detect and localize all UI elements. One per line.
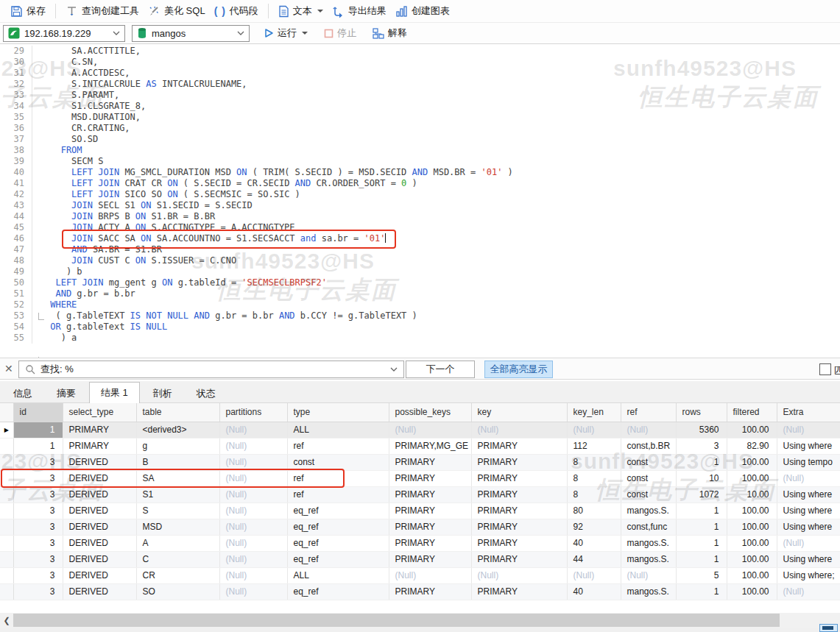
chevron-down-icon[interactable] [390,367,398,372]
explain-button[interactable]: 解释 [368,24,412,42]
code-line[interactable]: 42 LEFT JOIN SICO SO ON ( S.SECMSIC = SO… [0,189,840,200]
text-mode-button[interactable]: 文本 [274,2,328,20]
code-line[interactable]: 35 MSD.DURATION, [0,112,840,123]
cell-possible_keys[interactable]: PRIMARY [389,583,471,600]
cell-filtered[interactable]: 100.00 [727,551,777,567]
cell-partitions[interactable]: (Null) [219,519,287,535]
cell-key[interactable]: PRIMARY [471,583,567,600]
table-row[interactable]: 1PRIMARYg(Null)refPRIMARY,MG_GEPRIMARY11… [0,438,840,454]
cell-id[interactable]: 3 [13,535,63,551]
cell-possible_keys[interactable]: PRIMARY [389,470,471,486]
cell-ref[interactable]: mangos.S. [621,551,676,567]
cell-select_type[interactable]: DERIVED [63,519,136,535]
snippets-button[interactable]: ( ) 代码段 [210,2,263,20]
cell-table[interactable]: S1 [136,486,219,503]
tab-status[interactable]: 状态 [186,385,227,402]
cell-select_type[interactable]: DERIVED [63,454,136,470]
create-chart-button[interactable]: 创建图表 [391,2,454,20]
cell-type[interactable]: eq_ref [287,551,389,567]
cell-id[interactable]: 1 [13,422,63,438]
cell-Extra[interactable]: Using where [777,551,840,567]
code-line[interactable]: 41 LEFT JOIN CRAT CR ON ( S.SECID = CR.S… [0,178,840,189]
save-button[interactable]: 保存 [6,2,50,20]
cell-table[interactable]: A [136,535,219,551]
code-line[interactable]: 29 SA.ACCTTITLE, [0,46,840,57]
cell-table[interactable]: B [136,454,219,470]
cell-id[interactable]: 3 [13,519,63,535]
column-header-id[interactable]: id [13,403,63,422]
cell-partitions[interactable]: (Null) [219,470,287,486]
table-row[interactable]: 3DERIVEDC(Null)eq_refPRIMARYPRIMARY44man… [0,551,840,567]
search-input[interactable]: 查找: % [18,361,404,378]
code-line[interactable]: 34 S1.CLSGRATE_8, [0,101,840,112]
cell-ref[interactable]: (Null) [621,567,676,583]
code-line[interactable]: 36 CR.CRATING, [0,123,840,134]
cell-partitions[interactable]: (Null) [219,567,287,583]
cell-filtered[interactable]: 100.00 [727,519,777,535]
cell-possible_keys[interactable]: PRIMARY [389,535,471,551]
cell-possible_keys[interactable]: PRIMARY [389,551,471,567]
cell-rows[interactable]: 1 [676,519,727,535]
column-header-key[interactable]: key [471,403,567,422]
table-row[interactable]: 3DERIVEDSO(Null)eq_refPRIMARYPRIMARY40ma… [0,583,840,600]
cell-select_type[interactable]: DERIVED [63,567,136,583]
code-line[interactable]: 52 WHERE [0,299,840,310]
table-row[interactable]: 3DERIVEDS(Null)eq_refPRIMARYPRIMARY80man… [0,503,840,519]
code-line[interactable]: 47 AND SA.BR = S1.BR [0,244,840,255]
cell-key[interactable]: PRIMARY [471,519,567,535]
cell-filtered[interactable]: 100.00 [727,503,777,519]
cell-type[interactable]: ref [287,486,389,503]
cell-key_len[interactable]: (Null) [567,422,621,438]
cell-partitions[interactable]: (Null) [219,422,287,438]
table-row[interactable]: 3DERIVEDS1(Null)refPRIMARYPRIMARY8const1… [0,486,840,503]
cell-ref[interactable]: const [621,470,676,486]
tab-info[interactable]: 信息 [2,385,43,402]
cell-table[interactable]: MSD [136,519,219,535]
code-line[interactable]: 40 LEFT JOIN MG_SMCL_DURATION MSD ON ( T… [0,167,840,178]
database-select[interactable]: mangos [132,25,250,42]
code-line[interactable]: 44 JOIN BRPS B ON S1.BR = B.BR [0,211,840,222]
cell-rows[interactable]: 1 [676,583,727,600]
cell-select_type[interactable]: PRIMARY [63,422,136,438]
code-line[interactable]: 49 ) b [0,266,840,277]
cell-id[interactable]: 3 [13,567,63,583]
cell-key[interactable]: PRIMARY [471,503,567,519]
cell-id[interactable]: 3 [13,486,63,503]
cell-rows[interactable]: 5360 [676,422,727,438]
cell-rows[interactable]: 1072 [676,486,727,503]
cell-id[interactable]: 3 [13,454,63,470]
beautify-sql-button[interactable]: 美化 SQL [144,2,210,20]
horizontal-scrollbar[interactable]: ❮ [0,613,840,628]
cell-key_len[interactable]: 40 [567,535,621,551]
cell-select_type[interactable]: PRIMARY [63,438,136,454]
sql-editor[interactable]: 29 SA.ACCTTITLE,30 C.SN,31 A.ACCTDESC,32… [0,44,840,358]
cell-key_len[interactable]: 44 [567,551,621,567]
cell-type[interactable]: ALL [287,567,389,583]
cell-rows[interactable]: 5 [676,567,727,583]
cell-select_type[interactable]: DERIVED [63,503,136,519]
cell-filtered[interactable]: 10.00 [727,486,777,503]
cell-type[interactable]: eq_ref [287,535,389,551]
tab-result-1[interactable]: 结果 1 [89,382,140,403]
cell-key[interactable]: (Null) [471,567,567,583]
code-line[interactable]: 48 JOIN CUST C ON S.ISSUER = C.CNO [0,255,840,266]
cell-ref[interactable]: const,b.BR [621,438,676,454]
cell-key[interactable]: PRIMARY [471,486,567,503]
code-line[interactable]: 51 AND g.br = b.br [0,288,840,299]
cell-Extra[interactable]: Using where [777,503,840,519]
column-header-key_len[interactable]: key_len [567,403,621,422]
cell-partitions[interactable]: (Null) [219,454,287,470]
table-row[interactable]: 3DERIVEDB(Null)constPRIMARYPRIMARY8const… [0,454,840,470]
table-row[interactable]: 3DERIVEDCR(Null)ALL(Null)(Null)(Null)(Nu… [0,567,840,583]
code-line[interactable]: 54 OR g.tableText IS NULL [0,322,840,333]
cell-select_type[interactable]: DERIVED [63,535,136,551]
column-header-rows[interactable]: rows [676,403,727,422]
cell-key_len[interactable]: 92 [567,519,621,535]
cell-partitions[interactable]: (Null) [219,438,287,454]
cell-key[interactable]: (Null) [471,422,567,438]
cell-filtered[interactable]: 100.00 [727,583,777,600]
tab-summary[interactable]: 摘要 [46,385,87,402]
cell-Extra[interactable]: (Null) [777,583,840,600]
cell-id[interactable]: 1 [13,438,63,454]
code-line[interactable]: 45 JOIN ACTY A ON S.ACCTNGTYPE = A.ACCTN… [0,222,840,233]
